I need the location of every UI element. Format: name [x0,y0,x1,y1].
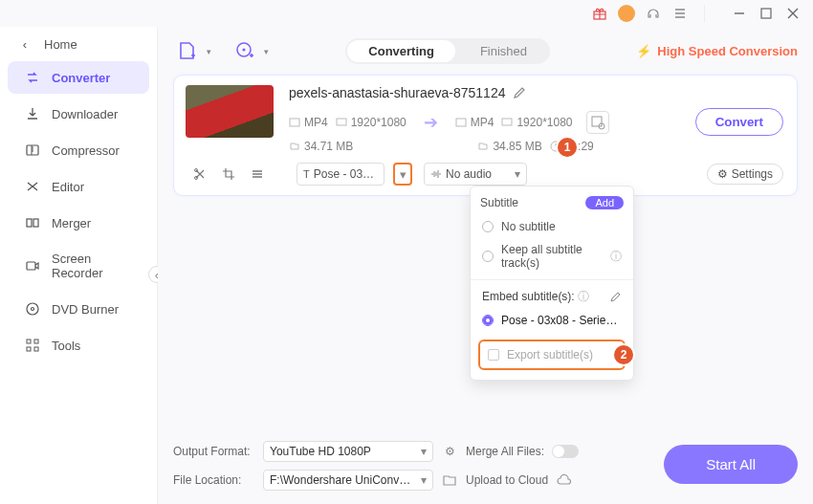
tab-finished[interactable]: Finished [459,40,548,62]
export-subtitle-label: Export subtitle(s) [507,348,593,362]
sidebar-label: Merger [52,216,91,230]
window-maximize[interactable] [758,5,775,22]
dvd-icon [25,301,40,317]
upload-cloud-label: Upload to Cloud [466,473,548,487]
output-settings-icon[interactable] [586,111,609,134]
tabs: Converting Finished [345,38,550,64]
subtitle-dropdown-caret[interactable]: ▾ [393,163,412,186]
add-dvd-button[interactable] [231,36,259,65]
subtitle-option-keep-all[interactable]: Keep all subtitle track(s)ⓘ [471,238,633,274]
sidebar-label: Downloader [52,107,118,121]
gift-icon[interactable] [591,5,608,22]
high-speed-label: High Speed Conversion [657,44,798,58]
file-location-select[interactable]: F:\Wondershare UniConverter 1▾ [263,470,433,491]
task-card: pexels-anastasia-shuraeva-8751124 MP4 19… [173,75,798,196]
converter-icon [25,70,40,85]
output-format-settings-icon[interactable]: ⚙ [441,443,458,460]
add-file-button[interactable] [173,36,202,65]
sidebar-item-screen-recorder[interactable]: Screen Recorder [8,243,149,289]
high-speed-conversion-button[interactable]: ⚡ High Speed Conversion [636,44,798,58]
tab-converting[interactable]: Converting [347,40,455,62]
open-folder-icon[interactable] [441,471,458,489]
arrow-icon: ➔ [424,112,438,133]
settings-button[interactable]: ⚙ Settings [707,164,783,185]
output-size: 34.85 MB [477,140,541,153]
convert-button[interactable]: Convert [695,108,783,136]
window-minimize[interactable] [731,5,748,22]
menu-icon[interactable] [671,5,689,22]
svg-rect-3 [27,219,32,227]
trim-icon[interactable] [191,165,209,183]
nav-home[interactable]: ‹ Home [0,29,157,59]
effect-icon[interactable] [249,165,266,183]
tools-icon [25,338,40,353]
sidebar-item-compressor[interactable]: Compressor [8,134,149,166]
nav-home-label: Home [44,37,77,52]
help-icon[interactable]: ⓘ [578,290,589,303]
output-format: MP4 [455,116,494,129]
svg-rect-8 [27,340,31,343]
video-thumbnail[interactable] [186,85,274,138]
crop-icon[interactable] [220,165,237,183]
lightning-icon: ⚡ [636,44,651,58]
add-subtitle-button[interactable]: Add [585,196,624,209]
sidebar-item-converter[interactable]: Converter [8,61,149,94]
merge-files-label: Merge All Files: [466,445,544,458]
task-title: pexels-anastasia-shuraeva-8751124 [289,85,505,100]
edit-title-icon[interactable] [513,86,526,99]
sidebar-item-tools[interactable]: Tools [8,329,149,362]
footer-bar: Output Format: YouTube HD 1080P▾ ⚙ Merge… [158,433,813,504]
cloud-icon[interactable] [556,471,573,489]
compressor-icon [25,142,40,158]
output-resolution: 1920*1080 [501,116,572,129]
svg-point-6 [27,303,38,315]
download-icon [25,106,40,121]
sidebar-item-merger[interactable]: Merger [8,207,149,239]
svg-rect-5 [27,262,35,270]
editor-icon [25,179,40,194]
sidebar-item-downloader[interactable]: Downloader [8,98,149,130]
sidebar-label: Tools [52,339,80,353]
svg-rect-14 [290,119,299,126]
svg-rect-15 [337,119,346,125]
svg-point-13 [242,48,245,51]
headset-icon[interactable] [645,5,662,22]
audio-select[interactable]: No audio▾ [424,163,527,186]
output-format-select[interactable]: YouTube HD 1080P▾ [263,441,433,462]
file-location-label: File Location: [173,473,255,487]
callout-badge-2: 2 [614,345,633,364]
help-icon[interactable]: ⓘ [610,249,622,265]
sidebar-label: DVD Burner [52,302,119,317]
input-size: 34.71 MB [289,140,353,153]
export-subtitles-option[interactable]: Export subtitle(s) 2 [478,340,626,370]
sidebar-item-dvd-burner[interactable]: DVD Burner [8,293,149,325]
embed-subtitle-label: Embed subtitle(s): [482,290,575,303]
merger-icon [25,215,40,230]
svg-rect-11 [34,347,38,351]
sidebar-label: Editor [52,180,84,194]
edit-subtitle-icon[interactable] [609,291,622,303]
subtitle-option-none[interactable]: No subtitle [471,215,633,238]
start-all-button[interactable]: Start All [664,445,798,484]
input-resolution: 1920*1080 [336,116,406,129]
svg-rect-16 [456,119,466,126]
chevron-left-icon: ‹ [17,36,33,52]
svg-point-7 [32,308,34,311]
gear-icon: ⚙ [717,167,728,181]
sidebar-item-editor[interactable]: Editor [8,170,149,203]
avatar[interactable] [618,5,635,22]
window-titlebar [0,0,813,27]
export-checkbox[interactable] [488,349,499,361]
svg-rect-17 [502,119,512,125]
subtitle-popup: Subtitle Add No subtitle Keep all subtit… [470,186,634,381]
svg-rect-1 [761,9,771,18]
subtitle-popup-title: Subtitle [480,196,518,209]
sidebar-label: Compressor [52,143,120,158]
merge-files-toggle[interactable] [552,445,579,458]
main-panel: Converting Finished ⚡ High Speed Convers… [158,27,813,504]
window-close[interactable] [784,5,802,22]
svg-rect-10 [27,347,31,351]
subtitle-select[interactable]: TPose - 03x08 - ... [297,163,385,186]
subtitle-option-selected[interactable]: Pose - 03x08 - Series Finale ... [471,309,633,332]
svg-rect-4 [33,219,38,227]
